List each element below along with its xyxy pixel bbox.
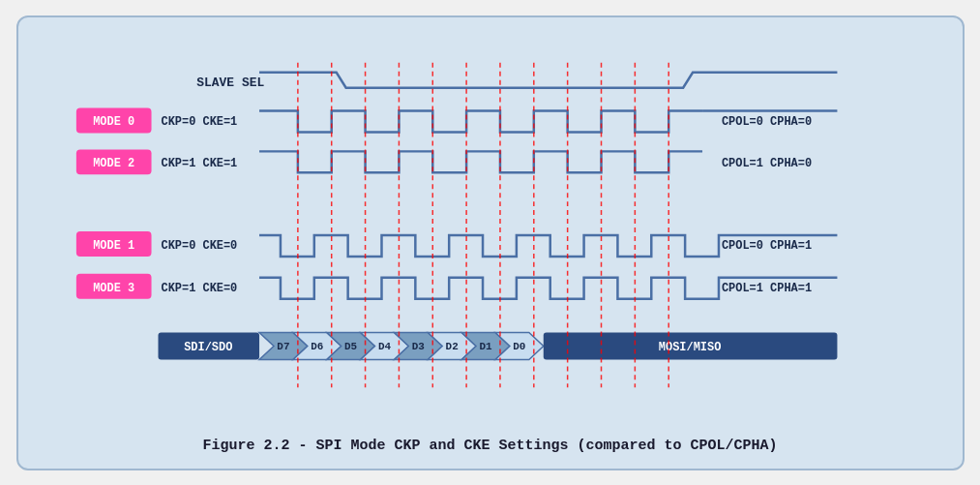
d7-label: D7 [277,341,289,352]
main-container: SLAVE SEL MODE 0 CKP=0 CKE=1 CPOL=0 CPHA… [16,15,965,470]
mode0-params: CKP=0 CKE=1 [161,115,237,129]
mode0-right: CPOL=0 CPHA=0 [721,115,811,129]
figure-caption: Figure 2.2 - SPI Mode CKP and CKE Settin… [47,438,934,454]
mode1-label: MODE 1 [93,238,134,252]
sdi-sdo-label: SDI/SDO [184,341,232,354]
d5-label: D5 [344,341,357,352]
diagram-area: SLAVE SEL MODE 0 CKP=0 CKE=1 CPOL=0 CPHA… [47,37,934,430]
mode2-label: MODE 2 [93,157,134,170]
d0-label: D0 [513,341,525,352]
mode2-params: CKP=1 CKE=1 [161,157,237,170]
d3-label: D3 [411,341,425,352]
mode3-right: CPOL=1 CPHA=1 [721,281,811,294]
mode3-params: CKP=1 CKE=0 [161,281,237,294]
d6-label: D6 [311,341,323,352]
mode1-params: CKP=0 CKE=0 [161,238,237,252]
slave-sel-label: SLAVE SEL [196,75,264,89]
mode2-right: CPOL=1 CPHA=0 [721,157,811,170]
d4-label: D4 [377,341,391,352]
mode3-label: MODE 3 [93,281,134,294]
d2-label: D2 [445,341,458,352]
d1-label: D1 [479,341,492,352]
mode1-right: CPOL=0 CPHA=1 [721,238,811,252]
mode0-label: MODE 0 [93,115,134,129]
